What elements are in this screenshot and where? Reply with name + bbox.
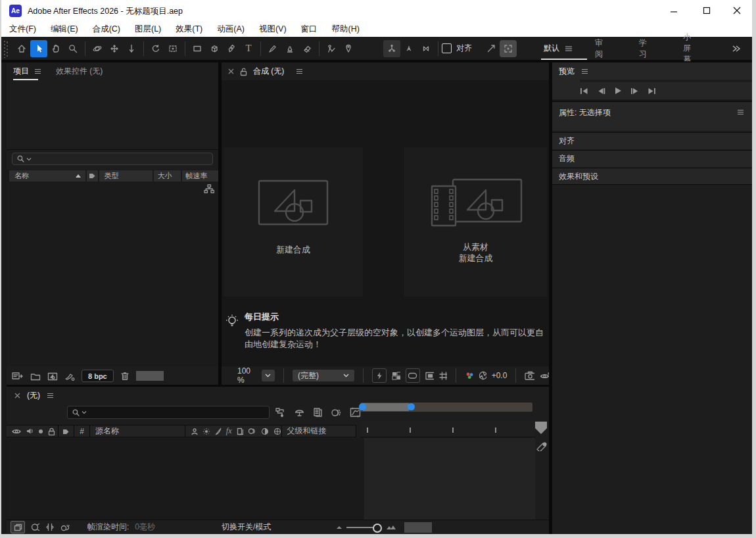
exposure-icon[interactable] bbox=[479, 371, 486, 380]
zoom-slider-track[interactable] bbox=[346, 527, 377, 528]
column-framerate[interactable]: 帧速率 bbox=[182, 170, 218, 182]
audio-speaker-icon[interactable] bbox=[26, 428, 34, 435]
menu-edit[interactable]: 编辑(E) bbox=[51, 24, 78, 35]
local-axis-mode[interactable] bbox=[383, 40, 400, 57]
workspace-overflow-button[interactable] bbox=[732, 37, 741, 60]
unlock-icon[interactable] bbox=[239, 67, 248, 76]
home-button[interactable] bbox=[13, 40, 30, 57]
toggle-switches-modes-button[interactable]: 切换开关/模式 bbox=[222, 522, 271, 533]
interpret-footage-icon[interactable] bbox=[12, 371, 24, 381]
shrink-ui-button[interactable] bbox=[483, 40, 500, 57]
effects-presets-panel-header[interactable]: 效果和预设 bbox=[552, 168, 753, 185]
resolution-dropdown[interactable]: (完整) bbox=[293, 370, 354, 381]
workspace-tab-review[interactable]: 审阅 bbox=[595, 37, 603, 60]
brush-tool[interactable] bbox=[264, 40, 281, 57]
project-item-list[interactable] bbox=[7, 182, 218, 367]
timeline-tab[interactable]: (无) bbox=[7, 387, 549, 404]
label-column[interactable] bbox=[59, 428, 74, 435]
workspace-tab-small-screen[interactable]: 小屏幕 bbox=[683, 37, 691, 60]
channel-colors-icon[interactable] bbox=[465, 372, 473, 380]
magnification-value[interactable]: 100 % bbox=[237, 366, 256, 385]
close-tab-icon[interactable] bbox=[14, 393, 20, 399]
puppet-pin-tool[interactable] bbox=[340, 40, 357, 57]
preview-panel-header[interactable]: 预览 bbox=[552, 62, 753, 80]
rectangle-tool[interactable] bbox=[189, 40, 206, 57]
stamp-tool[interactable] bbox=[281, 40, 298, 57]
project-search-box[interactable] bbox=[12, 153, 213, 165]
show-snapshot-eye-icon[interactable] bbox=[540, 372, 549, 380]
motion-blur-icon[interactable] bbox=[331, 408, 342, 418]
roto-brush-tool[interactable] bbox=[323, 40, 340, 57]
three-d-layer-icon[interactable] bbox=[273, 428, 281, 435]
menu-composition[interactable]: 合成(C) bbox=[93, 24, 120, 35]
menu-effect[interactable]: 效果(T) bbox=[176, 24, 202, 35]
track-area[interactable] bbox=[364, 438, 535, 520]
text-tool[interactable]: T bbox=[240, 40, 257, 57]
maximize-button[interactable] bbox=[692, 0, 722, 21]
magnification-dropdown[interactable] bbox=[262, 370, 275, 381]
properties-panel[interactable]: 属性: 无选择项 bbox=[552, 101, 753, 131]
layer-list-area[interactable] bbox=[7, 438, 364, 520]
timeline-search-box[interactable] bbox=[67, 406, 270, 419]
exposure-value[interactable]: +0.0 bbox=[492, 371, 508, 380]
zoom-slider-knob[interactable] bbox=[373, 524, 382, 533]
new-folder-icon[interactable] bbox=[30, 372, 41, 381]
frame-blend-column-icon[interactable] bbox=[237, 428, 244, 435]
snapshot-camera-icon[interactable] bbox=[525, 371, 534, 380]
trash-icon[interactable] bbox=[120, 371, 130, 381]
region-of-interest-icon[interactable] bbox=[425, 372, 434, 380]
play-button[interactable] bbox=[614, 87, 622, 95]
first-frame-button[interactable] bbox=[580, 87, 588, 95]
in-out-panes-icon[interactable] bbox=[46, 523, 54, 531]
snap-checkbox[interactable] bbox=[442, 43, 452, 53]
search-chevron-icon[interactable] bbox=[82, 410, 87, 414]
bit-depth-button[interactable]: 8 bpc bbox=[82, 370, 114, 382]
transfer-controls-icon[interactable] bbox=[31, 523, 40, 531]
new-composition-icon[interactable] bbox=[47, 372, 58, 381]
search-chevron-icon[interactable] bbox=[26, 157, 32, 161]
new-composition-from-footage-card[interactable]: 从素材 新建合成 bbox=[404, 147, 547, 297]
column-name[interactable]: 名称 bbox=[9, 170, 85, 182]
adjustment-layer-icon[interactable] bbox=[261, 428, 269, 435]
frame-blending-icon[interactable] bbox=[313, 407, 323, 418]
menu-view[interactable]: 视图(V) bbox=[259, 24, 287, 35]
minimize-button[interactable] bbox=[659, 0, 689, 21]
menu-file[interactable]: 文件(F) bbox=[9, 24, 36, 35]
expand-ui-button[interactable] bbox=[500, 40, 517, 57]
workspace-tab-default[interactable]: 默认 bbox=[537, 37, 590, 60]
draft-3d-icon[interactable] bbox=[294, 407, 305, 418]
menu-window[interactable]: 窗口 bbox=[301, 24, 318, 35]
mask-visibility-button[interactable] bbox=[406, 368, 420, 383]
composition-panel-menu-icon[interactable] bbox=[296, 68, 303, 74]
close-tab-icon[interactable] bbox=[228, 68, 234, 74]
snap-toggle[interactable]: 对齐 bbox=[442, 43, 472, 54]
dolly-camera-tool[interactable] bbox=[123, 40, 140, 57]
source-name-column[interactable]: 源名称 bbox=[90, 426, 185, 437]
workspace-menu-icon[interactable] bbox=[565, 45, 573, 52]
last-frame-button[interactable] bbox=[648, 87, 656, 95]
project-settings-icon[interactable] bbox=[64, 372, 75, 381]
quality-icon[interactable] bbox=[215, 428, 222, 435]
pen-tool[interactable] bbox=[223, 40, 240, 57]
time-navigator-window[interactable] bbox=[363, 403, 409, 411]
project-panel-menu-icon[interactable] bbox=[34, 68, 41, 74]
column-label[interactable] bbox=[87, 170, 97, 182]
composition-flowchart-icon[interactable] bbox=[275, 407, 286, 418]
guides-grid-icon[interactable] bbox=[439, 372, 448, 380]
menu-layer[interactable]: 图层(L) bbox=[135, 24, 161, 35]
time-ruler[interactable] bbox=[360, 421, 535, 437]
shape-cube-tool[interactable] bbox=[206, 40, 223, 57]
render-speed-snail-icon[interactable] bbox=[60, 524, 70, 531]
properties-panel-menu-icon[interactable] bbox=[737, 109, 744, 115]
view-axis-mode[interactable] bbox=[417, 40, 435, 57]
hand-tool[interactable] bbox=[47, 40, 64, 57]
next-frame-button[interactable] bbox=[630, 87, 639, 95]
time-navigator-bar[interactable] bbox=[360, 403, 532, 412]
previous-frame-button[interactable] bbox=[597, 87, 605, 95]
effects-fx-icon[interactable]: fx bbox=[226, 426, 232, 436]
orbit-camera-tool[interactable] bbox=[89, 40, 106, 57]
close-button[interactable] bbox=[722, 0, 752, 21]
eraser-tool[interactable] bbox=[298, 40, 316, 57]
zoom-out-mountain-icon[interactable] bbox=[336, 525, 343, 529]
solo-icon[interactable] bbox=[39, 429, 43, 433]
